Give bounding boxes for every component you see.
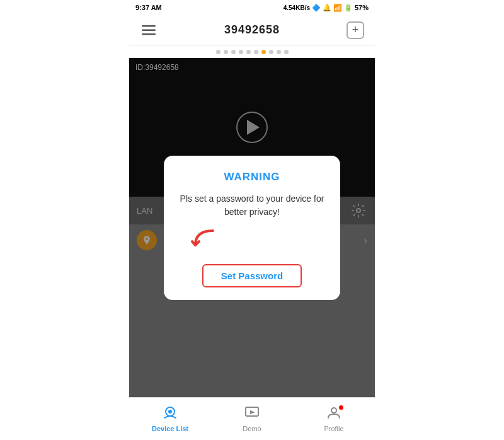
svg-rect-1 [142, 29, 156, 31]
nav-bar: 39492658 + [129, 15, 375, 45]
pagination-dots [129, 45, 375, 58]
dot-2 [224, 50, 228, 54]
svg-point-7 [331, 408, 336, 413]
battery-icon: 🔋 [344, 4, 353, 12]
tab-demo[interactable]: Demo [211, 398, 293, 440]
dot-10 [284, 50, 289, 54]
svg-rect-2 [142, 33, 156, 35]
plus-icon: + [346, 21, 364, 39]
dot-9 [277, 50, 281, 54]
status-left: 9:37 AM [135, 4, 164, 11]
dot-5 [246, 50, 251, 54]
dot-3 [231, 50, 236, 54]
dot-7 [261, 50, 266, 54]
arrow-indicator [189, 228, 220, 255]
main-content: ID:39492658 LAN › [129, 58, 375, 397]
tab-bar: Device List Demo [129, 397, 375, 440]
demo-label: Demo [243, 425, 261, 432]
set-password-button[interactable]: Set Password [202, 264, 302, 287]
svg-point-5 [168, 410, 172, 414]
menu-button[interactable] [139, 20, 159, 40]
device-list-icon [162, 405, 178, 423]
profile-icon-wrap [326, 405, 342, 423]
dialog-title: WARNING [224, 171, 280, 183]
network-speed: 4.54KB/s [284, 4, 310, 11]
tab-profile[interactable]: Profile [293, 398, 375, 440]
battery-percent: 57% [355, 4, 369, 11]
dot-8 [269, 50, 273, 54]
add-button[interactable]: + [345, 20, 365, 40]
profile-notification-dot [339, 405, 343, 410]
phone-container: 9:37 AM 4.54KB/s 🔷 🔔 📶 🔋 57% 39492658 + [129, 0, 375, 440]
device-list-label: Device List [152, 425, 188, 432]
warning-dialog: WARNING Pls set a password to your devic… [164, 156, 340, 300]
status-bar: 9:37 AM 4.54KB/s 🔷 🔔 📶 🔋 57% [129, 0, 375, 15]
tab-device-list[interactable]: Device List [129, 398, 211, 440]
dot-4 [239, 50, 243, 54]
wifi-icon: 📶 [333, 4, 342, 12]
alarm-icon: 🔔 [323, 4, 331, 12]
dialog-message: Pls set a password to your device for be… [176, 192, 328, 219]
bluetooth-icon: 🔷 [312, 4, 321, 12]
status-right: 4.54KB/s 🔷 🔔 📶 🔋 57% [284, 4, 369, 12]
dialog-overlay: WARNING Pls set a password to your devic… [129, 58, 375, 397]
profile-icon [326, 405, 342, 423]
device-id-title: 39492658 [224, 23, 280, 37]
dot-1 [216, 50, 220, 54]
profile-label: Profile [324, 425, 343, 432]
status-time: 9:37 AM [135, 4, 162, 11]
dot-6 [254, 50, 258, 54]
svg-rect-0 [142, 25, 156, 27]
demo-icon [244, 405, 260, 423]
